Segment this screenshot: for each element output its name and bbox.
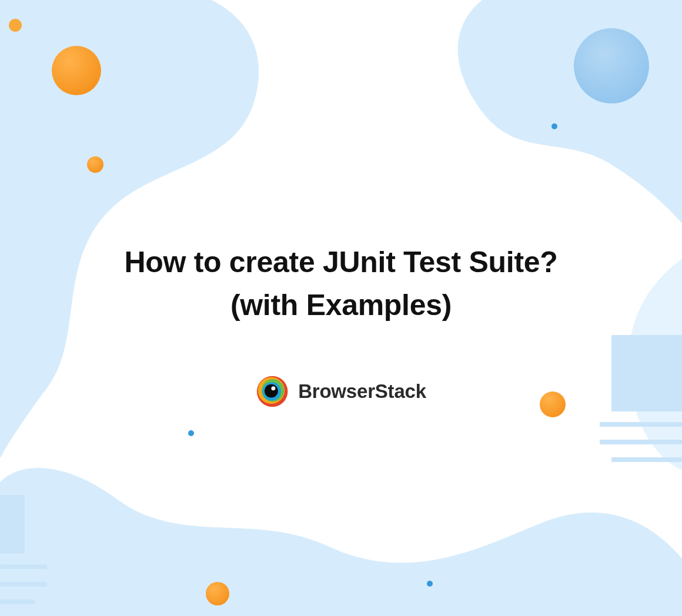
page-title: How to create JUnit Test Suite? (with Ex… bbox=[106, 241, 576, 326]
brand-name: BrowserStack bbox=[298, 380, 426, 403]
dot-blue-middle bbox=[188, 430, 194, 436]
circle-orange-right bbox=[540, 391, 566, 417]
circle-orange-large bbox=[52, 46, 101, 95]
circle-blue-large bbox=[574, 28, 649, 103]
decor-stripes-right bbox=[600, 335, 682, 475]
circle-orange-bottom bbox=[206, 582, 229, 605]
brand-logo: BrowserStack bbox=[256, 375, 426, 408]
svg-point-4 bbox=[265, 384, 278, 398]
decor-stripes-left bbox=[0, 495, 47, 616]
dot-blue-top bbox=[551, 123, 557, 129]
svg-point-5 bbox=[271, 386, 275, 390]
browserstack-logo-icon bbox=[256, 375, 289, 408]
dot-blue-right bbox=[427, 581, 433, 587]
circle-orange-tiny-topleft bbox=[9, 19, 22, 32]
circle-orange-small bbox=[87, 156, 103, 173]
